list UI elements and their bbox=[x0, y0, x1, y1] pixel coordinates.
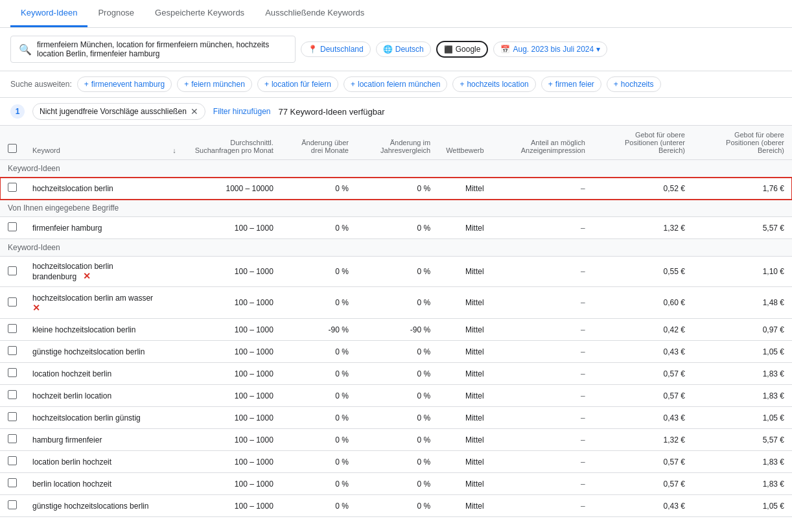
row-keyword: hochzeitslocation berlin günstig bbox=[25, 407, 165, 429]
row-avg-search: 100 – 1000 bbox=[184, 341, 281, 363]
th-bid-low: Gebot für obere Positionen (unterer Bere… bbox=[593, 126, 693, 160]
row-change-yoy: 0 % bbox=[356, 451, 438, 473]
search-text: firmenfeiern München, location for firme… bbox=[37, 40, 287, 58]
filter-pill-google[interactable]: ⬛ Google bbox=[436, 41, 489, 58]
th-avg-search: Durchschnittl. Suchanfragen pro Monat bbox=[184, 126, 281, 160]
tab-gespeicherte-keywords[interactable]: Gespeicherte Keywords bbox=[145, 0, 255, 27]
row-keyword: günstige hochzeitslocations berlin bbox=[25, 495, 165, 517]
row-change-yoy: 0 % bbox=[356, 257, 438, 287]
suggestion-firmenevent-hamburg[interactable]: + firmenevent hamburg bbox=[77, 76, 172, 92]
section-header-label: Keyword-Ideen bbox=[0, 239, 792, 257]
filter-pill-deutschland[interactable]: 📍 Deutschland bbox=[301, 41, 371, 57]
row-change-yoy: 0 % bbox=[356, 407, 438, 429]
section-header-label: Keyword-Ideen bbox=[0, 160, 792, 178]
th-change-3m: Änderung über drei Monate bbox=[281, 126, 356, 160]
row-competition: Mittel bbox=[438, 495, 492, 517]
row-avg-search: 100 – 1000 bbox=[184, 217, 281, 239]
row-checkbox-cell bbox=[0, 341, 25, 363]
row-impression-share: – bbox=[492, 341, 593, 363]
row-impression-share: – bbox=[492, 495, 593, 517]
row-checkbox[interactable] bbox=[8, 478, 17, 487]
row-competition: Mittel bbox=[438, 407, 492, 429]
main-tabs: Keyword-Ideen Prognose Gespeicherte Keyw… bbox=[0, 0, 792, 28]
th-impression-share: Anteil an möglich Anzeigenimpression bbox=[492, 126, 593, 160]
row-checkbox[interactable] bbox=[8, 368, 17, 377]
search-input-wrap[interactable]: 🔍 firmenfeiern München, location for fir… bbox=[10, 36, 296, 63]
add-filter-button[interactable]: Filter hinzufügen bbox=[213, 107, 271, 116]
row-change-3m: 0 % bbox=[281, 451, 356, 473]
th-change-yoy: Änderung im Jahresvergleich bbox=[356, 126, 438, 160]
row-checkbox-cell bbox=[0, 495, 25, 517]
row-impression-share: – bbox=[492, 473, 593, 495]
row-bid-low: 0,60 € bbox=[593, 287, 693, 319]
row-checkbox-cell bbox=[0, 217, 25, 239]
row-checkbox[interactable] bbox=[8, 412, 17, 421]
row-checkbox[interactable] bbox=[8, 266, 17, 275]
row-checkbox[interactable] bbox=[8, 434, 17, 443]
row-bid-low: 0,43 € bbox=[593, 341, 693, 363]
row-checkbox[interactable] bbox=[8, 324, 17, 333]
row-avg-search: 100 – 1000 bbox=[184, 363, 281, 385]
suggestion-location-feiern[interactable]: + location für feiern bbox=[257, 76, 338, 92]
tab-keyword-ideen[interactable]: Keyword-Ideen bbox=[10, 0, 87, 27]
row-impression-share: – bbox=[492, 385, 593, 407]
tab-prognose[interactable]: Prognose bbox=[87, 0, 145, 27]
row-checkbox-cell bbox=[0, 319, 25, 341]
row-avg-search: 1000 – 10000 bbox=[184, 178, 281, 200]
row-change-3m: 0 % bbox=[281, 287, 356, 319]
select-all-checkbox[interactable] bbox=[8, 144, 17, 153]
filter-chip-jugendfreie[interactable]: Nicht jugendfreie Vorschläge ausschließe… bbox=[32, 103, 205, 120]
row-checkbox-cell bbox=[0, 429, 25, 451]
row-change-3m: -90 % bbox=[281, 319, 356, 341]
row-checkbox[interactable] bbox=[8, 222, 17, 231]
row-competition: Mittel bbox=[438, 178, 492, 200]
row-competition: Mittel bbox=[438, 257, 492, 287]
row-keyword: hochzeitslocation berlin bbox=[25, 178, 165, 200]
row-checkbox[interactable] bbox=[8, 456, 17, 465]
filter-pill-date[interactable]: 📅 Aug. 2023 bis Juli 2024 ▾ bbox=[493, 41, 607, 57]
row-change-yoy: 0 % bbox=[356, 341, 438, 363]
suggestion-hochzeits-location[interactable]: + hochzeits location bbox=[452, 76, 535, 92]
row-competition: Mittel bbox=[438, 451, 492, 473]
suggestion-firmen-feier[interactable]: + firmen feier bbox=[541, 76, 601, 92]
close-filter-icon[interactable]: ✕ bbox=[191, 106, 198, 117]
filter-pill-deutsch[interactable]: 🌐 Deutsch bbox=[376, 41, 431, 57]
row-change-3m: 0 % bbox=[281, 495, 356, 517]
table-row: firmenfeier hamburg100 – 10000 %0 %Mitte… bbox=[0, 217, 792, 239]
table-row: kleine hochzeitslocation berlin100 – 100… bbox=[0, 319, 792, 341]
row-change-3m: 0 % bbox=[281, 429, 356, 451]
suggestion-hochzeits[interactable]: + hochzeits bbox=[607, 76, 661, 92]
row-change-yoy: -90 % bbox=[356, 319, 438, 341]
filter-row: 1 Nicht jugendfreie Vorschläge ausschlie… bbox=[0, 98, 792, 126]
row-impression-share: – bbox=[492, 407, 593, 429]
tab-ausschliessende-keywords[interactable]: Ausschließende Keywords bbox=[255, 0, 375, 27]
row-checkbox[interactable] bbox=[8, 500, 17, 509]
row-bid-high: 1,05 € bbox=[693, 341, 792, 363]
row-checkbox[interactable] bbox=[8, 346, 17, 355]
th-bid-high: Gebot für obere Positionen (oberer Berei… bbox=[693, 126, 792, 160]
row-checkbox-cell bbox=[0, 363, 25, 385]
row-checkbox-cell bbox=[0, 451, 25, 473]
section-header-row: Von Ihnen eingegebene Begriffe bbox=[0, 200, 792, 217]
row-checkbox[interactable] bbox=[8, 297, 17, 306]
row-avg-search: 100 – 1000 bbox=[184, 495, 281, 517]
th-keyword: Keyword bbox=[25, 126, 165, 160]
row-checkbox[interactable] bbox=[8, 183, 17, 192]
row-change-yoy: 0 % bbox=[356, 287, 438, 319]
row-change-yoy: 0 % bbox=[356, 363, 438, 385]
table-row: location hochzeit berlin100 – 10000 %0 %… bbox=[0, 363, 792, 385]
row-avg-search: 100 – 1000 bbox=[184, 287, 281, 319]
row-avg-search: 100 – 1000 bbox=[184, 385, 281, 407]
row-impression-share: – bbox=[492, 217, 593, 239]
row-checkbox[interactable] bbox=[8, 390, 17, 399]
table-row: hochzeitslocation berlin am wasser ✕100 … bbox=[0, 287, 792, 319]
suggestion-location-feiern-muenchen[interactable]: + location feiern münchen bbox=[344, 76, 447, 92]
row-avg-search: 100 – 1000 bbox=[184, 451, 281, 473]
row-avg-search: 100 – 1000 bbox=[184, 319, 281, 341]
suggestion-feiern-muenchen[interactable]: + feiern münchen bbox=[177, 76, 252, 92]
suggestions-label: Suche ausweiten: bbox=[10, 80, 72, 89]
th-sort[interactable]: ↓ bbox=[165, 126, 184, 160]
row-checkbox-cell bbox=[0, 407, 25, 429]
row-bid-low: 0,43 € bbox=[593, 495, 693, 517]
table-row: hochzeitslocation berlin1000 – 100000 %0… bbox=[0, 178, 792, 200]
